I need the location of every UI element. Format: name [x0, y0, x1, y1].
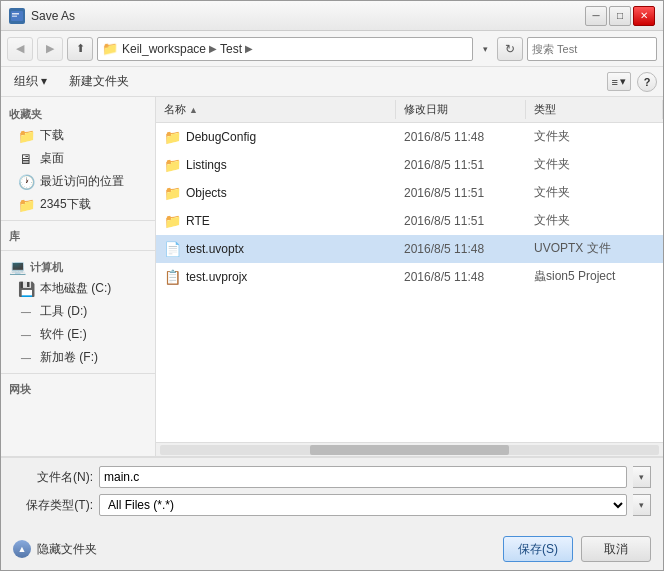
title-bar: Save As ─ □ ✕ — [1, 1, 663, 31]
file-cell-type: UVOPTX 文件 — [526, 238, 663, 259]
save-as-dialog: Save As ─ □ ✕ ◀ ▶ ⬆ 📁 Keil_workspace ▶ T… — [0, 0, 664, 571]
sidebar-divider-2 — [1, 250, 155, 251]
file-row[interactable]: 📄 test.uvoptx 2016/8/5 11:48 UVOPTX 文件 — [156, 235, 663, 263]
hide-folders-toggle[interactable]: ▲ 隐藏文件夹 — [13, 540, 97, 558]
column-type-header[interactable]: 类型 — [526, 100, 663, 119]
file-row[interactable]: 📁 RTE 2016/8/5 11:51 文件夹 — [156, 207, 663, 235]
hide-folders-icon: ▲ — [13, 540, 31, 558]
maximize-button[interactable]: □ — [609, 6, 631, 26]
filename-dropdown-arrow[interactable]: ▾ — [633, 466, 651, 488]
computer-header: 💻 计算机 — [1, 255, 155, 277]
sidebar-item-download[interactable]: 📁 下载 — [1, 124, 155, 147]
footer-buttons: 保存(S) 取消 — [503, 536, 651, 562]
drive-c-icon: 💾 — [17, 281, 35, 297]
column-name-label: 名称 — [164, 102, 186, 117]
computer-icon: 💻 — [9, 259, 26, 275]
sidebar-item-desktop[interactable]: 🖥 桌面 — [1, 147, 155, 170]
file-cell-type: 文件夹 — [526, 182, 663, 203]
file-cell-name: 📁 Listings — [156, 155, 396, 175]
file-cell-date: 2016/8/5 11:48 — [396, 240, 526, 258]
back-button[interactable]: ◀ — [7, 37, 33, 61]
breadcrumb-folder: Test — [220, 42, 242, 56]
breadcrumb-folder-icon: 📁 — [102, 41, 118, 56]
view-button[interactable]: ≡ ▾ — [607, 72, 631, 91]
bottom-form: 文件名(N): ▾ 保存类型(T): All Files (*.*) ▾ — [1, 456, 663, 530]
file-row[interactable]: 📁 DebugConfig 2016/8/5 11:48 文件夹 — [156, 123, 663, 151]
help-button[interactable]: ? — [637, 72, 657, 92]
sort-arrow-icon: ▲ — [189, 105, 198, 115]
cancel-button[interactable]: 取消 — [581, 536, 651, 562]
sidebar-item-recent-label: 最近访问的位置 — [40, 173, 124, 190]
hscroll-thumb[interactable] — [310, 445, 510, 455]
hscroll-track — [160, 445, 659, 455]
drive-d-icon: ─ — [17, 304, 35, 320]
sidebar-divider-3 — [1, 373, 155, 374]
save-button[interactable]: 保存(S) — [503, 536, 573, 562]
column-type-label: 类型 — [534, 102, 556, 117]
refresh-button[interactable]: ↻ — [497, 37, 523, 61]
file-cell-date: 2016/8/5 11:48 — [396, 128, 526, 146]
library-label: 库 — [9, 229, 20, 244]
filetype-dropdown-arrow[interactable]: ▾ — [633, 494, 651, 516]
sidebar-item-drive-e[interactable]: ─ 软件 (E:) — [1, 323, 155, 346]
file-name: test.uvoptx — [186, 242, 244, 256]
dialog-title: Save As — [31, 9, 585, 23]
breadcrumb-arrow-2: ▶ — [245, 43, 253, 54]
drive-f-icon: ─ — [17, 350, 35, 366]
recent-icon: 🕐 — [17, 174, 35, 190]
file-icon: 📁 — [164, 129, 181, 145]
sidebar-item-2345-label: 2345下载 — [40, 196, 91, 213]
file-icon: 📁 — [164, 213, 181, 229]
up-button[interactable]: ⬆ — [67, 37, 93, 61]
sidebar-item-drive-f-label: 新加卷 (F:) — [40, 349, 98, 366]
file-cell-name: 📁 DebugConfig — [156, 127, 396, 147]
minimize-button[interactable]: ─ — [585, 6, 607, 26]
file-row[interactable]: 📁 Listings 2016/8/5 11:51 文件夹 — [156, 151, 663, 179]
breadcrumb-dropdown-btn[interactable]: ▾ — [477, 37, 493, 61]
sidebar-item-2345[interactable]: 📁 2345下载 — [1, 193, 155, 216]
sidebar-item-drive-d[interactable]: ─ 工具 (D:) — [1, 300, 155, 323]
file-cell-date: 2016/8/5 11:51 — [396, 212, 526, 230]
file-name: Objects — [186, 186, 227, 200]
close-button[interactable]: ✕ — [633, 6, 655, 26]
search-box: 🔍 — [527, 37, 657, 61]
organize-button[interactable]: 组织 ▾ — [7, 70, 54, 93]
file-icon: 📁 — [164, 185, 181, 201]
filename-input[interactable] — [99, 466, 627, 488]
file-name: DebugConfig — [186, 130, 256, 144]
sidebar: 收藏夹 📁 下载 🖥 桌面 🕐 最近访问的位置 📁 2345下载 库 — [1, 97, 156, 456]
horizontal-scrollbar[interactable] — [156, 442, 663, 456]
filetype-label: 保存类型(T): — [13, 497, 93, 514]
svg-rect-2 — [12, 15, 17, 17]
filename-label: 文件名(N): — [13, 469, 93, 486]
file-icon: 📋 — [164, 269, 181, 285]
hide-folders-label: 隐藏文件夹 — [37, 541, 97, 558]
search-input[interactable] — [532, 43, 664, 55]
file-row[interactable]: 📋 test.uvprojx 2016/8/5 11:48 蟲sion5 Pro… — [156, 263, 663, 291]
column-date-header[interactable]: 修改日期 — [396, 100, 526, 119]
breadcrumb-bar[interactable]: 📁 Keil_workspace ▶ Test ▶ — [97, 37, 473, 61]
action-toolbar: 组织 ▾ 新建文件夹 ≡ ▾ ? — [1, 67, 663, 97]
sidebar-item-download-label: 下载 — [40, 127, 64, 144]
forward-button[interactable]: ▶ — [37, 37, 63, 61]
file-list-container: 名称 ▲ 修改日期 类型 📁 DebugConfig 2016/8/5 11:4… — [156, 97, 663, 456]
file-row[interactable]: 📁 Objects 2016/8/5 11:51 文件夹 — [156, 179, 663, 207]
nav-toolbar: ◀ ▶ ⬆ 📁 Keil_workspace ▶ Test ▶ ▾ ↻ 🔍 — [1, 31, 663, 67]
sidebar-item-drive-c[interactable]: 💾 本地磁盘 (C:) — [1, 277, 155, 300]
file-cell-date: 2016/8/5 11:48 — [396, 268, 526, 286]
library-header: 库 — [1, 225, 155, 246]
favorites-label: 收藏夹 — [9, 107, 42, 122]
filename-row: 文件名(N): ▾ — [13, 466, 651, 488]
column-name-header[interactable]: 名称 ▲ — [156, 100, 396, 119]
main-area: 收藏夹 📁 下载 🖥 桌面 🕐 最近访问的位置 📁 2345下载 库 — [1, 97, 663, 456]
file-icon: 📁 — [164, 157, 181, 173]
new-folder-button[interactable]: 新建文件夹 — [60, 70, 138, 93]
file-cell-name: 📋 test.uvprojx — [156, 267, 396, 287]
view-icon: ≡ — [612, 76, 618, 88]
sidebar-item-desktop-label: 桌面 — [40, 150, 64, 167]
filetype-select[interactable]: All Files (*.*) — [99, 494, 627, 516]
sidebar-item-drive-f[interactable]: ─ 新加卷 (F:) — [1, 346, 155, 369]
footer: ▲ 隐藏文件夹 保存(S) 取消 — [1, 530, 663, 570]
sidebar-item-recent[interactable]: 🕐 最近访问的位置 — [1, 170, 155, 193]
column-date-label: 修改日期 — [404, 102, 448, 117]
